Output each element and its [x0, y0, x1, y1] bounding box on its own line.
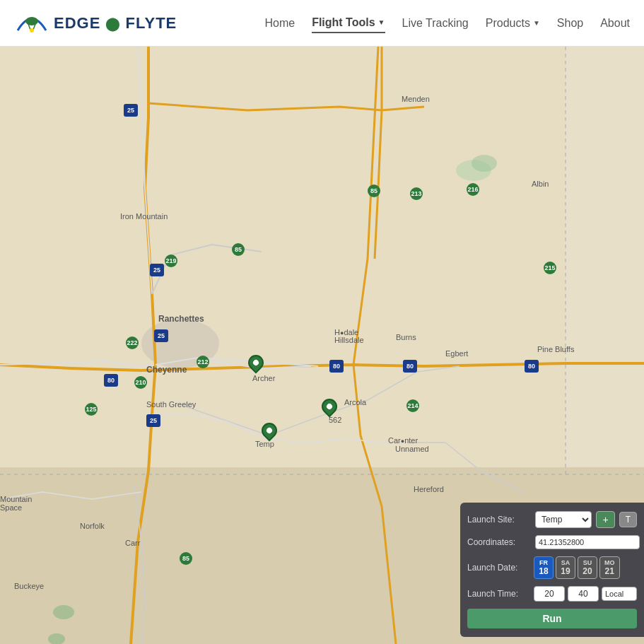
launch-date-row: Launch Date: FR 18 SA 19 SU 20 MO 21	[467, 556, 637, 579]
time-minute-input[interactable]	[568, 586, 599, 602]
svg-point-0	[25, 17, 38, 25]
coordinates-label: Coordinates:	[467, 537, 531, 547]
launch-site-row: Launch Site: Temp Site 1 Site 2 + T	[467, 511, 637, 528]
date-btn-mon[interactable]: MO 21	[599, 556, 620, 579]
logo[interactable]: EDGE ⬤ FLYTE	[14, 6, 177, 41]
shield-i80-e1: 80	[403, 360, 417, 373]
map-container[interactable]: Iron Mountain Ranchettes Cheyenne South …	[0, 47, 644, 644]
shield-216: 216	[467, 183, 479, 196]
navbar: EDGE ⬤ FLYTE Home Flight Tools ▼ Live Tr…	[0, 0, 644, 47]
shield-i25-che: 25	[154, 329, 168, 342]
launch-site-select[interactable]: Temp Site 1 Site 2	[535, 511, 592, 528]
svg-point-8	[472, 155, 497, 172]
launch-date-label: Launch Date:	[467, 563, 531, 573]
track-button[interactable]: T	[619, 512, 637, 527]
shield-i80-w: 80	[104, 374, 118, 387]
products-dropdown-icon: ▼	[533, 19, 540, 27]
shield-i80-mid: 80	[329, 360, 344, 373]
day-num-fri: 18	[539, 566, 548, 576]
shield-i25-s: 25	[146, 414, 160, 427]
shield-212: 212	[197, 356, 209, 368]
day-num-sat: 19	[561, 566, 570, 576]
shield-125: 125	[85, 403, 98, 416]
day-name-sun: SU	[583, 559, 592, 566]
shield-i25-north: 25	[124, 104, 138, 117]
date-btn-sun[interactable]: SU 20	[578, 556, 597, 579]
coordinates-input[interactable]	[535, 535, 640, 549]
day-name-sat: SA	[561, 559, 570, 566]
nav-products[interactable]: Products ▼	[486, 14, 540, 33]
date-btn-fri[interactable]: FR 18	[534, 556, 554, 579]
shield-i80-e2: 80	[525, 360, 539, 373]
shield-85-s: 85	[180, 552, 192, 565]
time-hour-input[interactable]	[534, 586, 565, 602]
shield-345: 85	[232, 243, 245, 256]
launch-time-label: Launch Time:	[467, 589, 531, 599]
svg-point-10	[53, 605, 74, 619]
go-button-row: Run	[467, 609, 637, 628]
launch-panel: Launch Site: Temp Site 1 Site 2 + T Coor…	[460, 503, 644, 637]
timezone-input[interactable]	[602, 587, 637, 601]
day-num-sun: 20	[582, 566, 592, 576]
nav-flight-tools[interactable]: Flight Tools ▼	[312, 13, 385, 33]
date-buttons: FR 18 SA 19 SU 20 MO 21	[534, 556, 620, 579]
shield-215: 215	[544, 262, 556, 274]
coordinates-row: Coordinates:	[467, 535, 637, 549]
launch-time-row: Launch Time:	[467, 586, 637, 602]
shield-213: 213	[410, 187, 423, 200]
nav-shop[interactable]: Shop	[557, 14, 583, 33]
logo-icon	[14, 6, 49, 41]
date-btn-sat[interactable]: SA 19	[556, 556, 575, 579]
nav-about[interactable]: About	[600, 14, 630, 33]
day-num-mon: 21	[605, 566, 614, 576]
flight-tools-dropdown-icon: ▼	[378, 18, 385, 26]
svg-point-3	[30, 28, 34, 33]
launch-site-label: Launch Site:	[467, 515, 531, 525]
nav-live-tracking[interactable]: Live Tracking	[402, 14, 469, 33]
shield-222: 222	[126, 336, 139, 349]
day-name-mon: MO	[604, 559, 615, 566]
shield-214: 214	[406, 399, 419, 412]
shield-219: 219	[165, 254, 177, 267]
nav-home[interactable]: Home	[264, 14, 295, 33]
shield-210: 210	[134, 376, 147, 389]
logo-text: EDGE ⬤ FLYTE	[54, 14, 177, 32]
add-site-button[interactable]: +	[596, 511, 614, 528]
nav-links: Home Flight Tools ▼ Live Tracking Produc…	[264, 13, 630, 33]
day-name-fri: FR	[539, 559, 548, 566]
shield-i25-mid: 25	[150, 264, 164, 276]
shield-us85: 85	[368, 185, 380, 197]
run-button[interactable]: Run	[467, 609, 637, 628]
